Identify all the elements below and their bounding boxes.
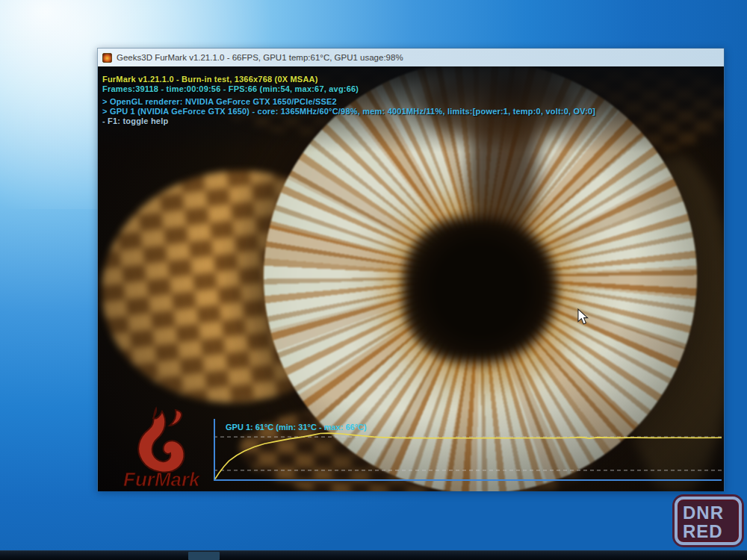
watermark-line1: DNR: [683, 503, 739, 522]
dnr-red-watermark: DNR RED: [675, 497, 742, 545]
furmark-logo-text: FurMark: [123, 468, 201, 491]
gpu-temp-graph: GPU 1: 61°C (min: 31°C - max: 66°C): [214, 419, 722, 481]
taskbar-app-button[interactable]: [188, 552, 220, 560]
watermark-line2: RED: [683, 522, 739, 541]
furmark-logo: FurMark: [117, 404, 229, 491]
furmark-app-icon: [102, 53, 112, 63]
eye-pupil: [404, 218, 557, 361]
osd-line-renderer: > OpenGL renderer: NVIDIA GeForce GTX 16…: [102, 97, 595, 107]
windows-taskbar[interactable]: [0, 550, 747, 560]
osd-line-help: - F1: toggle help: [102, 116, 595, 126]
osd-line-frames: Frames:39118 - time:00:09:56 - FPS:66 (m…: [102, 84, 595, 94]
furmark-window: Geeks3D FurMark v1.21.1.0 - 66FPS, GPU1 …: [97, 48, 725, 491]
monitor-photo: Geeks3D FurMark v1.21.1.0 - 66FPS, GPU1 …: [0, 0, 747, 560]
render-viewport: FurMark v1.21.1.0 - Burn-in test, 1366x7…: [98, 66, 724, 491]
temp-curve: [215, 433, 722, 479]
osd-line-burnin: FurMark v1.21.1.0 - Burn-in test, 1366x7…: [102, 75, 595, 84]
temp-graph-label: GPU 1: 61°C (min: 31°C - max: 66°C): [226, 423, 367, 432]
window-titlebar[interactable]: Geeks3D FurMark v1.21.1.0 - 66FPS, GPU1 …: [98, 49, 724, 66]
osd-line-gpu: > GPU 1 (NVIDIA GeForce GTX 1650) - core…: [102, 107, 595, 116]
osd-stats-block: FurMark v1.21.1.0 - Burn-in test, 1366x7…: [102, 75, 595, 126]
flame-horn: [170, 410, 182, 426]
window-title: Geeks3D FurMark v1.21.1.0 - 66FPS, GPU1 …: [117, 53, 403, 62]
mouse-cursor-icon: [577, 308, 589, 325]
